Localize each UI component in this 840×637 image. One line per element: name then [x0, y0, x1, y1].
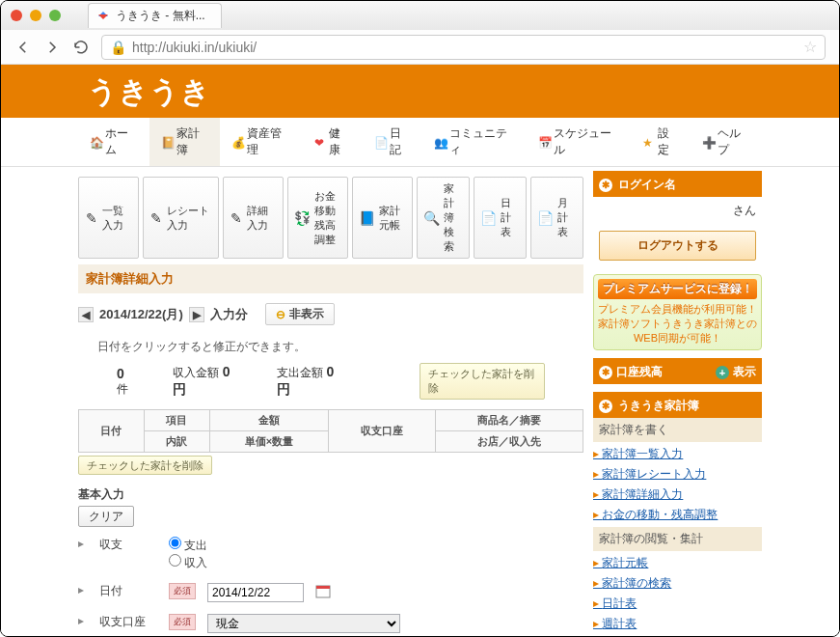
- side-link[interactable]: 週計表: [593, 614, 762, 634]
- view-heading: 家計簿の閲覧・集計: [593, 527, 762, 551]
- favicon-icon: [96, 10, 110, 23]
- col-unit: 単価×数量: [209, 431, 328, 453]
- date-prev-button[interactable]: ◀: [78, 307, 94, 322]
- nav-help[interactable]: ➕ヘルプ: [691, 118, 762, 166]
- date-selector-row: ◀ 2014/12/22(月) ▶ 入力分 ⊖ 非表示: [78, 293, 583, 335]
- nav-home[interactable]: 🏠ホーム: [78, 118, 149, 166]
- page-title: 家計簿詳細入力: [78, 264, 583, 293]
- side-link[interactable]: 家計簿レシート入力: [593, 464, 762, 485]
- delete-checked-bottom-button[interactable]: チェックした家計を削除: [78, 456, 212, 475]
- tool-detail-input-icon: ✎: [230, 208, 243, 228]
- tool-ledger[interactable]: 📘家計元帳: [352, 177, 413, 259]
- nav-kakeibo-icon: 📔: [161, 136, 173, 148]
- nav-settings-icon: ★: [642, 136, 653, 148]
- url-bar: 🔒 http://ukiuki.in/ukiuki/ ☆: [1, 30, 839, 65]
- clear-button[interactable]: クリア: [78, 506, 134, 527]
- tab-title: うきうき - 無料...: [116, 8, 205, 24]
- logout-button[interactable]: ログアウトする: [599, 231, 756, 261]
- nav-diary-icon: 📄: [374, 136, 386, 148]
- side-link[interactable]: 日計表: [593, 594, 762, 614]
- date-input-row: ▸ 日付 必須: [78, 577, 583, 608]
- forward-icon[interactable]: [43, 39, 61, 56]
- tool-receipt-input[interactable]: ✎レシート入力: [143, 177, 219, 259]
- tool-receipt-input-icon: ✎: [149, 208, 163, 228]
- svg-rect-1: [316, 586, 330, 589]
- col-breakdown: 内訳: [144, 431, 209, 453]
- side-link[interactable]: 家計元帳: [593, 553, 762, 573]
- nav-schedule[interactable]: 📅スケジュール: [527, 118, 631, 166]
- col-item: 項目: [144, 410, 209, 431]
- date-input[interactable]: [207, 583, 304, 602]
- nav-kakeibo[interactable]: 📔家計簿: [149, 118, 221, 166]
- date-suffix: 入力分: [210, 306, 248, 323]
- nav-assets[interactable]: 💰資産管理: [220, 118, 302, 166]
- tool-monthly-icon: 📄: [537, 208, 554, 228]
- tool-monthly[interactable]: 📄月計表: [530, 177, 583, 259]
- income-radio[interactable]: 収入: [169, 556, 207, 569]
- col-shop: お店／収入先: [435, 431, 583, 453]
- back-icon[interactable]: [14, 39, 32, 56]
- side-link[interactable]: お金の移動・残高調整: [593, 505, 762, 525]
- browser-window: うきうき - 無料... 🔒 http://ukiuki.in/ukiuki/ …: [0, 0, 840, 637]
- expense-radio[interactable]: 支出: [169, 539, 207, 552]
- nav-home-icon: 🏠: [90, 136, 101, 148]
- calendar-icon[interactable]: [315, 583, 331, 598]
- edit-hint: 日付をクリックすると修正ができます。: [78, 335, 583, 359]
- nav-community[interactable]: 👥コミュニティ: [422, 118, 527, 166]
- url-text: http://ukiuki.in/ukiuki/: [132, 40, 257, 55]
- window-close-button[interactable]: [11, 10, 22, 21]
- balance-panel: ✱ 口座残高 + 表示: [593, 358, 762, 384]
- nav-community-icon: 👥: [434, 136, 446, 148]
- gear-icon: ✱: [599, 366, 612, 379]
- window-minimize-button[interactable]: [30, 10, 41, 21]
- tool-daily[interactable]: 📄日計表: [474, 177, 527, 259]
- reload-icon[interactable]: [72, 39, 90, 56]
- site-header: うきうき: [1, 65, 839, 118]
- side-link[interactable]: 家計簿一覧入力: [593, 444, 762, 464]
- page-viewport: うきうき 🏠ホーム📔家計簿💰資産管理❤健康📄日記👥コミュニティ📅スケジュール★設…: [1, 65, 839, 637]
- browser-tab[interactable]: うきうき - 無料...: [88, 3, 222, 28]
- tool-ledger-icon: 📘: [359, 208, 375, 228]
- nav-settings[interactable]: ★設定: [631, 118, 691, 166]
- expand-icon[interactable]: +: [716, 366, 729, 379]
- summary-row: 0件 収入金額 0円 支出金額 0円 チェックした家計を削除: [78, 359, 583, 403]
- gear-icon: ✱: [599, 400, 612, 413]
- form-section-title: 基本入力: [78, 486, 583, 503]
- date-next-button[interactable]: ▶: [189, 307, 204, 322]
- site-logo[interactable]: うきうき: [88, 72, 839, 112]
- tool-money-move-icon: 💱: [294, 208, 311, 228]
- entries-table: 日付 項目 金額 収支口座 商品名／摘要 内訳 単価×数量 お店／収入先: [78, 409, 583, 453]
- required-badge: 必須: [169, 583, 196, 599]
- side-link[interactable]: 家計簿の検索: [593, 573, 762, 594]
- kakeibo-title: うきうき家計簿: [618, 398, 699, 414]
- nav-help-icon: ➕: [702, 136, 714, 148]
- entry-count: 0: [117, 366, 124, 381]
- delete-checked-top-button[interactable]: チェックした家計を削除: [420, 363, 545, 400]
- main-nav: 🏠ホーム📔家計簿💰資産管理❤健康📄日記👥コミュニティ📅スケジュール★設定➕ヘルプ: [1, 118, 839, 167]
- hide-toggle-button[interactable]: ⊖ 非表示: [265, 303, 335, 325]
- tool-list-input-icon: ✎: [85, 208, 98, 228]
- balance-type-row: ▸ 収支 支出 収入: [78, 531, 583, 577]
- nav-schedule-icon: 📅: [538, 136, 550, 148]
- tool-money-move[interactable]: 💱お金移動 残高調整: [287, 177, 348, 259]
- required-badge: 必須: [169, 614, 196, 630]
- tool-detail-input[interactable]: ✎詳細入力: [223, 177, 284, 259]
- col-product: 商品名／摘要: [435, 410, 583, 431]
- kakeibo-toolbar: ✎一覧入力✎レシート入力✎詳細入力💱お金移動 残高調整📘家計元帳🔍家計簿 検索📄…: [78, 177, 583, 259]
- selected-date: 2014/12/22(月): [99, 306, 183, 323]
- tool-list-input[interactable]: ✎一覧入力: [78, 177, 139, 259]
- login-panel: ✱ログイン名 さん ログアウトする: [593, 171, 762, 266]
- side-link[interactable]: 家計簿詳細入力: [593, 485, 762, 505]
- bookmark-star-icon[interactable]: ☆: [803, 38, 817, 56]
- address-field[interactable]: 🔒 http://ukiuki.in/ukiuki/ ☆: [101, 35, 826, 60]
- account-select[interactable]: 現金: [207, 614, 400, 633]
- tool-search[interactable]: 🔍家計簿 検索: [417, 177, 470, 259]
- premium-banner[interactable]: プレミアムサービスに登録！ プレミアム会員機能が利用可能！ 家計簿ソフトうきうき…: [593, 274, 762, 350]
- tool-daily-icon: 📄: [480, 208, 497, 228]
- nav-health[interactable]: ❤健康: [303, 118, 363, 166]
- window-zoom-button[interactable]: [49, 10, 61, 21]
- kakeibo-panel: ✱うきうき家計簿 家計簿を書く 家計簿一覧入力家計簿レシート入力家計簿詳細入力お…: [593, 392, 762, 637]
- lock-icon: 🔒: [110, 40, 126, 55]
- gear-icon: ✱: [599, 179, 612, 192]
- nav-diary[interactable]: 📄日記: [363, 118, 422, 166]
